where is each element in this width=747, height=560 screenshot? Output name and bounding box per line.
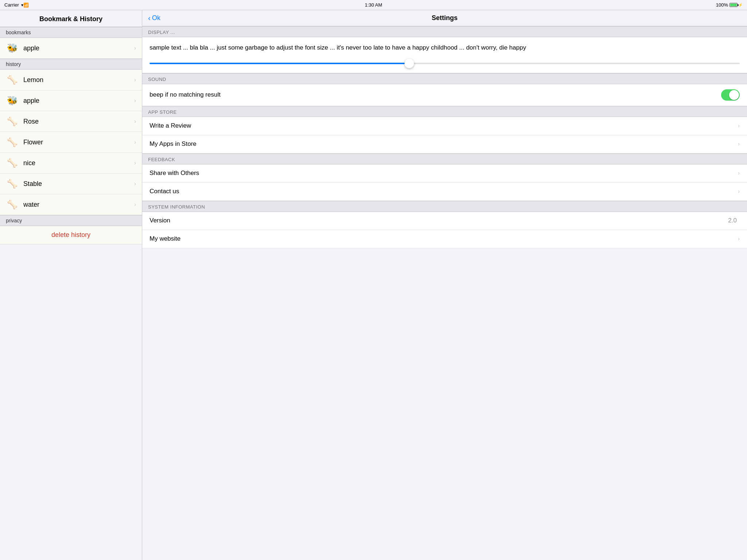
main-layout: Bookmark & History bookmarks 🐝 apple › h…: [0, 10, 463, 347]
bookmark-apple[interactable]: 🐝 apple ›: [0, 38, 142, 59]
slider-track: [150, 63, 463, 64]
apple-history-icon: 🐝: [6, 94, 19, 107]
stable-chevron: ›: [134, 180, 136, 187]
slider-fill: [150, 63, 409, 64]
back-label: Ok: [152, 14, 160, 22]
status-left: Carrier ▾📶: [4, 2, 29, 8]
history-stable[interactable]: 🦴 Stable ›: [0, 174, 142, 194]
rose-icon: 🦴: [6, 115, 19, 128]
lemon-label: Lemon: [23, 76, 130, 84]
history-water[interactable]: 🦴 water ›: [0, 194, 142, 215]
apple-history-chevron: ›: [134, 97, 136, 104]
display-section: sample text ... bla bla ... just some ga…: [142, 37, 463, 73]
delete-history-button[interactable]: delete history: [0, 226, 142, 244]
back-button[interactable]: ‹ Ok: [148, 14, 160, 22]
lemon-icon: 🦴: [6, 73, 19, 86]
version-label: Version: [150, 217, 463, 224]
bookmarks-section-header: bookmarks: [0, 27, 142, 38]
history-lemon[interactable]: 🦴 Lemon ›: [0, 70, 142, 90]
sysinfo-section-header: SYSTEM INFORMATION: [142, 201, 463, 212]
right-header: ‹ Ok Settings: [142, 10, 463, 26]
apple-bookmark-chevron: ›: [134, 45, 136, 51]
history-apple[interactable]: 🐝 apple ›: [0, 90, 142, 111]
sample-text: sample text ... bla bla ... just some ga…: [150, 43, 463, 52]
contact-us-row[interactable]: Contact us ›: [142, 183, 463, 201]
rose-label: Rose: [23, 118, 130, 125]
apple-bookmark-label: apple: [23, 44, 130, 52]
nice-chevron: ›: [134, 160, 136, 166]
history-rose[interactable]: 🦴 Rose ›: [0, 111, 142, 132]
wifi-icon: ▾📶: [21, 3, 29, 8]
status-time: 1:30 AM: [365, 2, 382, 8]
appstore-section-header: APP STORE: [142, 106, 463, 117]
left-panel: Bookmark & History bookmarks 🐝 apple › h…: [0, 10, 142, 347]
my-website-row[interactable]: My website ›: [142, 230, 463, 248]
water-label: water: [23, 201, 130, 209]
version-row: Version 2.0: [142, 212, 463, 230]
status-bar: Carrier ▾📶 1:30 AM 100% ⚡: [0, 0, 463, 10]
flower-icon: 🦴: [6, 136, 19, 149]
flower-label: Flower: [23, 139, 130, 146]
stable-label: Stable: [23, 180, 130, 188]
my-apps-row[interactable]: My Apps in Store ›: [142, 135, 463, 153]
history-nice[interactable]: 🦴 nice ›: [0, 153, 142, 174]
flower-chevron: ›: [134, 139, 136, 145]
history-section-header: history: [0, 59, 142, 70]
history-flower[interactable]: 🦴 Flower ›: [0, 132, 142, 153]
my-website-label: My website: [150, 235, 463, 242]
font-size-slider-container: [150, 60, 463, 70]
settings-title: Settings: [431, 14, 457, 22]
display-section-header: DISPLAY ...: [142, 26, 463, 37]
left-panel-title: Bookmark & History: [0, 10, 142, 27]
slider-thumb[interactable]: [405, 59, 414, 68]
contact-us-label: Contact us: [150, 188, 463, 195]
privacy-section-header: privacy: [0, 215, 142, 226]
rose-chevron: ›: [134, 118, 136, 125]
my-apps-label: My Apps in Store: [150, 140, 463, 148]
apple-bookmark-icon: 🐝: [6, 42, 19, 55]
lemon-chevron: ›: [134, 77, 136, 83]
nice-icon: 🦴: [6, 156, 19, 170]
share-others-label: Share with Others: [150, 170, 463, 177]
sound-section-header: SOUND: [142, 73, 463, 84]
beep-row: beep if no matching result: [142, 84, 463, 106]
right-panel: ‹ Ok Settings DISPLAY ... sample text ..…: [142, 10, 463, 347]
share-others-row[interactable]: Share with Others ›: [142, 164, 463, 183]
water-chevron: ›: [134, 201, 136, 208]
back-chevron-icon: ‹: [148, 14, 151, 22]
water-icon: 🦴: [6, 198, 19, 211]
write-review-row[interactable]: Write a Review ›: [142, 117, 463, 135]
beep-label: beep if no matching result: [150, 91, 463, 98]
feedback-section-header: FEEDBACK: [142, 153, 463, 164]
write-review-label: Write a Review: [150, 122, 463, 129]
stable-icon: 🦴: [6, 177, 19, 190]
nice-label: nice: [23, 159, 130, 167]
apple-history-label: apple: [23, 97, 130, 105]
carrier-label: Carrier: [4, 2, 19, 8]
